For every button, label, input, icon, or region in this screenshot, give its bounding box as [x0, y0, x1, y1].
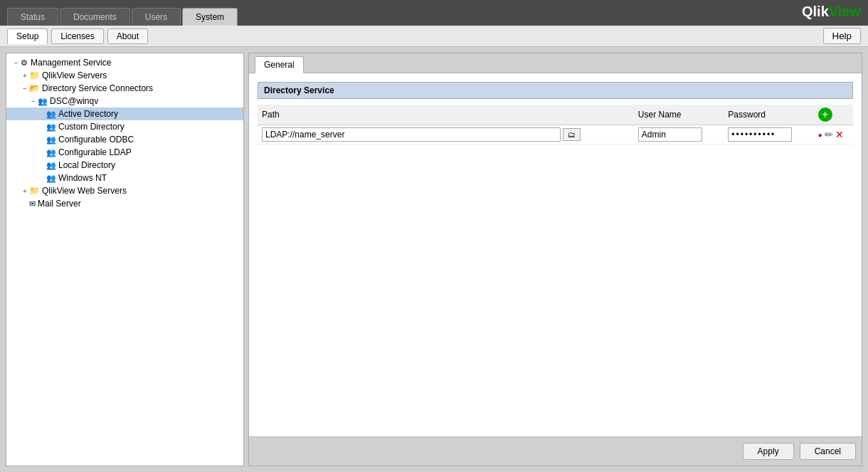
expand-mail-server-icon	[21, 200, 29, 208]
col-username: User Name	[634, 105, 724, 125]
expand-management-service-icon[interactable]: −	[12, 59, 21, 67]
left-panel-tree: − ⚙ Management Service + 📁 QlikView Serv…	[6, 53, 244, 466]
users-icon-local-directory: 👥	[46, 161, 56, 170]
tree-item-qlikview-servers[interactable]: + 📁 QlikView Servers	[6, 69, 243, 82]
password-cell	[724, 125, 813, 145]
expand-windows-nt-icon	[38, 174, 46, 182]
section-header-directory-service: Directory Service	[258, 82, 853, 99]
username-input[interactable]	[638, 127, 702, 142]
mgmt-icon: ⚙	[21, 58, 28, 68]
users-icon-custom-directory: 👥	[46, 122, 56, 132]
status-indicator-icon: ●	[818, 131, 822, 139]
licenses-button[interactable]: Licenses	[51, 28, 103, 44]
table-row: 🗂 ● ✏ ✕	[258, 125, 853, 145]
tab-system[interactable]: System	[182, 8, 238, 26]
col-add-action: +	[814, 105, 853, 125]
expand-dsc-icon[interactable]: −	[21, 85, 29, 93]
mail-server-label: Mail Server	[38, 199, 81, 209]
help-button[interactable]: Help	[823, 28, 861, 44]
configurable-odbc-label: Configurable ODBC	[58, 135, 134, 145]
path-cell: 🗂	[258, 125, 634, 145]
tab-general[interactable]: General	[255, 56, 304, 73]
edit-row-icon[interactable]: ✏	[825, 129, 833, 140]
tab-bar: General	[249, 53, 862, 73]
setup-button[interactable]: Setup	[7, 28, 48, 44]
dsc-winqv-label: DSC@winqv	[50, 96, 98, 106]
local-directory-label: Local Directory	[58, 160, 115, 170]
row-action-icons: ● ✏ ✕	[818, 129, 849, 140]
qlikview-servers-label: QlikView Servers	[42, 70, 107, 80]
tab-users[interactable]: Users	[132, 8, 181, 26]
directory-service-connectors-label: Directory Service Connectors	[42, 83, 153, 93]
tree-item-qlikview-web-servers[interactable]: + 📁 QlikView Web Servers	[6, 184, 243, 197]
delete-row-icon[interactable]: ✕	[835, 129, 844, 140]
apply-button[interactable]: Apply	[743, 443, 794, 460]
col-path: Path	[258, 105, 634, 125]
windows-nt-label: Windows NT	[58, 173, 107, 183]
tree-item-mail-server[interactable]: ✉ Mail Server	[6, 197, 243, 210]
tree-item-configurable-odbc[interactable]: 👥 Configurable ODBC	[6, 133, 243, 146]
mail-icon: ✉	[29, 199, 36, 209]
tree-item-local-directory[interactable]: 👥 Local Directory	[6, 159, 243, 172]
password-input[interactable]	[728, 127, 792, 142]
top-nav-bar: Status Documents Users System QlikView	[0, 0, 868, 26]
col-password: Password	[724, 105, 813, 125]
configurable-ldap-label: Configurable LDAP	[58, 147, 132, 157]
users-icon-dsc-winqv: 👥	[38, 97, 48, 106]
expand-custom-directory-icon	[38, 123, 46, 131]
tree-item-custom-directory[interactable]: 👥 Custom Directory	[6, 120, 243, 133]
folder-open-icon-dsc: 📂	[29, 83, 40, 93]
tab-status[interactable]: Status	[7, 8, 58, 26]
users-icon-configurable-odbc: 👥	[46, 135, 56, 145]
qlikview-web-servers-label: QlikView Web Servers	[42, 186, 127, 196]
app-logo: QlikView	[802, 4, 861, 20]
username-cell	[634, 125, 724, 145]
tree-item-directory-service-connectors[interactable]: − 📂 Directory Service Connectors	[6, 82, 243, 95]
management-service-label: Management Service	[31, 58, 111, 68]
cancel-button[interactable]: Cancel	[800, 443, 856, 460]
main-layout: − ⚙ Management Service + 📁 QlikView Serv…	[0, 47, 868, 472]
users-icon-windows-nt: 👥	[46, 174, 56, 183]
expand-dsc-winqv-icon[interactable]: −	[29, 98, 38, 105]
about-button[interactable]: About	[107, 28, 148, 44]
content-area: Directory Service Path User Name Passwor…	[249, 73, 862, 436]
tree-item-windows-nt[interactable]: 👥 Windows NT	[6, 172, 243, 184]
folder-icon-qlikview-web-servers: 📁	[29, 186, 40, 196]
expand-local-directory-icon	[38, 162, 46, 169]
row-actions-cell: ● ✏ ✕	[814, 125, 853, 145]
custom-directory-label: Custom Directory	[58, 122, 125, 132]
bottom-bar: Apply Cancel	[249, 436, 862, 466]
expand-qlikview-servers-icon[interactable]: +	[21, 72, 29, 80]
second-nav-bar: Setup Licenses About Help	[0, 26, 868, 47]
add-row-button[interactable]: +	[818, 107, 832, 122]
expand-qlikview-web-servers-icon[interactable]: +	[21, 187, 29, 195]
browse-button[interactable]: 🗂	[563, 128, 581, 141]
users-icon-configurable-ldap: 👥	[46, 148, 56, 157]
tab-documents[interactable]: Documents	[60, 8, 130, 26]
expand-configurable-ldap-icon	[38, 149, 46, 157]
tree-item-configurable-ldap[interactable]: 👥 Configurable LDAP	[6, 146, 243, 159]
directory-service-table: Path User Name Password + 🗂	[258, 105, 853, 145]
folder-icon-qlikview-servers: 📁	[29, 70, 40, 80]
expand-active-directory-icon	[38, 110, 46, 118]
tree-item-management-service[interactable]: − ⚙ Management Service	[6, 56, 243, 69]
path-input[interactable]	[262, 127, 561, 142]
right-panel: General Directory Service Path User Name…	[248, 53, 862, 466]
users-icon-active-directory: 👥	[46, 110, 56, 119]
expand-configurable-odbc-icon	[38, 136, 46, 144]
active-directory-label: Active Directory	[58, 109, 118, 119]
tree-item-dsc-winqv[interactable]: − 👥 DSC@winqv	[6, 95, 243, 107]
tree-item-active-directory[interactable]: 👥 Active Directory	[6, 107, 243, 120]
